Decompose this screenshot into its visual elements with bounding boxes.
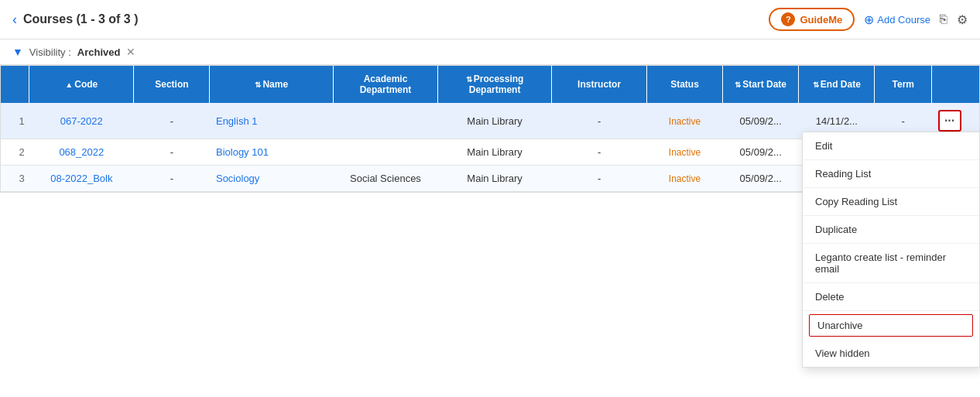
row-code: 068_2022	[29, 139, 134, 166]
status-badge: Inactive	[669, 147, 701, 158]
course-code-link[interactable]: 067-2022	[60, 115, 103, 127]
table-header-row: ▲Code Section ⇅Name Academic Department …	[1, 66, 979, 103]
context-menu-item-delete[interactable]: Delete	[803, 283, 979, 311]
row-processing-dept: Main Library	[437, 166, 551, 192]
context-menu-item-unarchive[interactable]: Unarchive	[809, 314, 973, 337]
row-start-date: 05/09/2...	[723, 103, 799, 139]
top-bar-left: ‹ Courses (1 - 3 of 3 )	[12, 12, 138, 28]
add-course-label: Add Course	[877, 14, 930, 26]
col-status[interactable]: Status	[646, 66, 722, 103]
sort-arrow-processing: ⇅	[466, 75, 472, 84]
col-start-date-label: Start Date	[742, 79, 786, 90]
export-button[interactable]: ⎘	[940, 12, 947, 26]
col-end-date[interactable]: ⇅End Date	[799, 66, 875, 103]
guide-me-button[interactable]: ? GuideMe	[769, 8, 855, 31]
sort-arrow-end: ⇅	[813, 80, 819, 89]
row-code: 067-2022	[29, 103, 134, 139]
row-num: 2	[1, 139, 29, 166]
row-academic-dept	[334, 103, 438, 139]
filter-icon: ▼	[12, 46, 23, 58]
filter-label: Visibility :	[29, 46, 71, 58]
status-badge: Inactive	[669, 173, 701, 184]
col-processing-dept[interactable]: ⇅Processing Department	[437, 66, 551, 103]
row-instructor: -	[552, 166, 647, 192]
add-course-button[interactable]: ⊕ Add Course	[864, 12, 930, 27]
row-num: 1	[1, 103, 29, 139]
row-processing-dept: Main Library	[437, 139, 551, 166]
col-code[interactable]: ▲Code	[29, 66, 134, 103]
context-menu-item-edit[interactable]: Edit	[803, 132, 979, 160]
col-term-label: Term	[893, 79, 914, 90]
row-name: Sociology	[210, 166, 334, 192]
col-academic-dept-label: Academic Department	[360, 74, 412, 95]
context-menu-item-leganto[interactable]: Leganto create list - reminder email	[803, 244, 979, 283]
row-start-date: 05/09/2...	[723, 139, 799, 166]
row-academic-dept	[334, 139, 438, 166]
plus-icon: ⊕	[864, 12, 874, 27]
col-name-label: Name	[262, 79, 288, 90]
page-wrapper: ‹ Courses (1 - 3 of 3 ) ? GuideMe ⊕ Add …	[0, 0, 980, 397]
row-status: Inactive	[646, 103, 722, 139]
row-processing-dept: Main Library	[437, 103, 551, 139]
course-name-link[interactable]: English 1	[216, 115, 257, 127]
page-title: Courses (1 - 3 of 3 )	[23, 12, 138, 26]
col-academic-dept[interactable]: Academic Department	[334, 66, 438, 103]
sort-arrow-start: ⇅	[735, 80, 741, 89]
filter-close-button[interactable]: ✕	[126, 46, 135, 58]
course-code-link[interactable]: 08-2022_Bolk	[50, 173, 112, 184]
guide-me-label: GuideMe	[800, 14, 842, 26]
col-num	[1, 66, 29, 103]
course-name-link[interactable]: Biology 101	[216, 146, 269, 158]
course-code-link[interactable]: 068_2022	[59, 146, 104, 158]
filter-bar: ▼ Visibility : Archived ✕	[0, 39, 980, 65]
back-button[interactable]: ‹	[12, 12, 17, 28]
col-section-label: Section	[155, 79, 188, 90]
settings-button[interactable]: ⚙	[957, 12, 968, 27]
col-name[interactable]: ⇅Name	[210, 66, 334, 103]
question-icon: ?	[781, 12, 795, 26]
course-name-link[interactable]: Sociology	[216, 173, 259, 184]
row-instructor: -	[552, 139, 647, 166]
context-menu-item-copy-reading-list[interactable]: Copy Reading List	[803, 188, 979, 216]
col-instructor[interactable]: Instructor	[552, 66, 647, 103]
context-menu-item-reading-list[interactable]: Reading List	[803, 160, 979, 188]
row-code: 08-2022_Bolk	[29, 166, 134, 192]
col-term[interactable]: Term	[875, 66, 932, 103]
row-num: 3	[1, 166, 29, 192]
row-name: Biology 101	[210, 139, 334, 166]
col-actions	[932, 66, 979, 103]
context-menu-item-duplicate[interactable]: Duplicate	[803, 216, 979, 244]
col-code-label: Code	[74, 79, 98, 90]
col-processing-dept-label: Processing Department	[469, 74, 524, 95]
col-start-date[interactable]: ⇅Start Date	[723, 66, 799, 103]
context-menu: EditReading ListCopy Reading ListDuplica…	[802, 132, 980, 368]
filter-value: Archived	[77, 46, 121, 58]
col-section[interactable]: Section	[134, 66, 210, 103]
more-actions-button[interactable]: ···	[938, 110, 961, 132]
row-status: Inactive	[646, 166, 722, 192]
top-bar-right: ? GuideMe ⊕ Add Course ⎘ ⚙	[769, 8, 968, 31]
row-status: Inactive	[646, 139, 722, 166]
row-academic-dept: Social Sciences	[334, 166, 438, 192]
sort-arrow-code: ▲	[65, 80, 73, 89]
status-badge: Inactive	[669, 116, 701, 127]
row-name: English 1	[210, 103, 334, 139]
row-section: -	[134, 103, 210, 139]
top-bar: ‹ Courses (1 - 3 of 3 ) ? GuideMe ⊕ Add …	[0, 0, 980, 39]
col-instructor-label: Instructor	[577, 79, 621, 90]
col-status-label: Status	[670, 79, 699, 90]
row-section: -	[134, 166, 210, 192]
sort-arrow-name: ⇅	[255, 80, 261, 89]
row-start-date: 05/09/2...	[723, 166, 799, 192]
row-section: -	[134, 139, 210, 166]
col-end-date-label: End Date	[821, 79, 861, 90]
row-instructor: -	[552, 103, 647, 139]
context-menu-item-view-hidden[interactable]: View hidden	[803, 340, 979, 367]
